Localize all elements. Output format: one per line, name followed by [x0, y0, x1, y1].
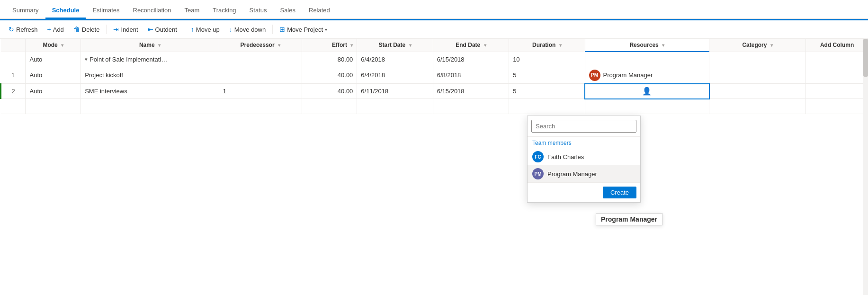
predecessor-sort-icon: ▾	[278, 43, 280, 48]
cell-name-1[interactable]: Project kickoff	[81, 67, 219, 84]
col-header-duration[interactable]: Duration ▾	[509, 39, 585, 52]
cell-duration-1: 5	[509, 67, 585, 84]
cell-addcol-2	[806, 84, 868, 99]
tab-estimates[interactable]: Estimates	[86, 3, 126, 19]
tab-status[interactable]: Status	[243, 3, 274, 19]
delete-icon: 🗑	[73, 26, 80, 33]
col-header-enddate[interactable]: End Date ▾	[433, 39, 509, 52]
cell-mode-2: Auto	[26, 84, 81, 99]
dropdown-item-pm[interactable]: PM Program Manager	[528, 165, 640, 182]
move-project-chevron-icon: ▾	[325, 27, 327, 32]
effort-sort-icon: ▾	[350, 43, 353, 48]
resource-name-1: Program Manager	[603, 72, 653, 79]
cell-effort-0: 80.00	[302, 52, 357, 67]
move-up-label: Move up	[196, 26, 220, 33]
move-up-icon: ↑	[191, 26, 194, 33]
scrollbar-thumb[interactable]	[863, 39, 868, 77]
add-person-icon[interactable]: 👤	[642, 87, 652, 96]
add-button[interactable]: + Add	[44, 23, 68, 36]
avatar-pm: PM	[589, 70, 600, 81]
tab-sales[interactable]: Sales	[273, 3, 302, 19]
cell-effort-2: 40.00	[302, 84, 357, 99]
col-header-mode[interactable]: Mode ▾	[26, 39, 81, 52]
cell-predecessor-2: 1	[219, 84, 302, 99]
move-project-label: Move Project	[287, 26, 323, 33]
delete-label: Delete	[82, 26, 100, 33]
enddate-sort-icon: ▾	[484, 43, 486, 48]
col-header-effort[interactable]: Effort ▾	[302, 39, 357, 52]
tab-tracking[interactable]: Tracking	[206, 3, 242, 19]
refresh-button[interactable]: ↻ Refresh	[5, 23, 42, 36]
refresh-label: Refresh	[16, 26, 38, 33]
tooltip-program-manager: Program Manager	[596, 213, 662, 225]
indent-button[interactable]: ⇥ Indent	[109, 23, 142, 36]
cell-predecessor-1	[219, 67, 302, 84]
cell-duration-0: 10	[509, 52, 585, 67]
toolbar-separator-1	[106, 25, 107, 34]
cell-rownum-0	[1, 52, 26, 67]
cell-resources-2[interactable]: 👤	[585, 84, 709, 99]
indent-label: Indent	[121, 26, 138, 33]
cell-resources-1[interactable]: PM Program Manager	[585, 67, 709, 84]
move-down-button[interactable]: ↓ Move down	[225, 23, 269, 36]
dropdown-search-area	[528, 116, 640, 137]
move-up-button[interactable]: ↑ Move up	[187, 23, 224, 36]
outdent-icon: ⇤	[148, 26, 153, 33]
cell-category-0	[709, 52, 806, 67]
indent-icon: ⇥	[113, 26, 119, 33]
tab-reconciliation[interactable]: Reconciliation	[126, 3, 178, 19]
move-down-icon: ↓	[229, 26, 233, 33]
cell-addcol-0	[806, 52, 868, 67]
outdent-button[interactable]: ⇤ Outdent	[144, 23, 181, 36]
cell-name-2[interactable]: SME interviews	[81, 84, 219, 99]
cell-enddate-0: 6/15/2018	[433, 52, 509, 67]
col-header-category[interactable]: Category ▾	[709, 39, 806, 52]
col-header-addcol[interactable]: Add Column	[806, 39, 868, 52]
move-project-button[interactable]: ⊞ Move Project ▾	[276, 23, 331, 36]
cell-duration-2: 5	[509, 84, 585, 99]
cell-startdate-0: 6/4/2018	[357, 52, 433, 67]
cell-category-1	[709, 67, 806, 84]
move-down-label: Move down	[234, 26, 266, 33]
cell-mode-0: Auto	[26, 52, 81, 67]
dropdown-item-name-fc: Faith Charles	[547, 153, 584, 161]
cell-startdate-2: 6/11/2018	[357, 84, 433, 99]
tab-schedule[interactable]: Schedule	[45, 3, 86, 19]
tab-related[interactable]: Related	[302, 3, 337, 19]
scrollbar-track[interactable]	[863, 39, 868, 295]
toolbar-separator-2	[184, 25, 184, 34]
col-header-resources[interactable]: Resources ▾	[585, 39, 709, 52]
refresh-icon: ↻	[9, 26, 14, 33]
dropdown-item-fc[interactable]: FC Faith Charles	[528, 148, 640, 165]
cell-name-0[interactable]: ▾ Point of Sale implementati…	[81, 52, 219, 67]
cell-predecessor-0	[219, 52, 302, 67]
name-sort-icon: ▾	[158, 43, 161, 48]
dropdown-footer: Create	[528, 182, 640, 202]
cell-category-2	[709, 84, 806, 99]
add-icon: +	[47, 26, 51, 33]
cell-enddate-1: 6/8/2018	[433, 67, 509, 84]
schedule-table: Mode ▾ Name ▾ Predecessor ▾ Effort ▾	[0, 39, 868, 114]
delete-button[interactable]: 🗑 Delete	[70, 23, 104, 36]
tab-team[interactable]: Team	[178, 3, 206, 19]
dropdown-item-name-pm: Program Manager	[547, 170, 597, 178]
mode-sort-icon: ▾	[61, 43, 63, 48]
col-header-predecessor[interactable]: Predecessor ▾	[219, 39, 302, 52]
cell-addcol-1	[806, 67, 868, 84]
table-header-row: Mode ▾ Name ▾ Predecessor ▾ Effort ▾	[1, 39, 868, 52]
cell-effort-1: 40.00	[302, 67, 357, 84]
cell-mode-1: Auto	[26, 67, 81, 84]
table-row: 2 Auto SME interviews 1 40.00 6/11/2018 …	[1, 84, 868, 99]
col-header-name[interactable]: Name ▾	[81, 39, 219, 52]
create-button[interactable]: Create	[603, 187, 636, 198]
col-header-startdate[interactable]: Start Date ▾	[357, 39, 433, 52]
toolbar-separator-3	[272, 25, 273, 34]
expand-chevron-icon[interactable]: ▾	[85, 56, 88, 63]
cell-enddate-2: 6/15/2018	[433, 84, 509, 99]
duration-sort-icon: ▾	[559, 43, 562, 48]
nav-tabs: Summary Schedule Estimates Reconciliatio…	[0, 0, 868, 19]
search-input[interactable]	[531, 120, 636, 133]
toolbar: ↻ Refresh + Add 🗑 Delete ⇥ Indent ⇤ Outd…	[0, 20, 868, 39]
tab-summary[interactable]: Summary	[6, 3, 45, 19]
cell-resources-0	[585, 52, 709, 67]
